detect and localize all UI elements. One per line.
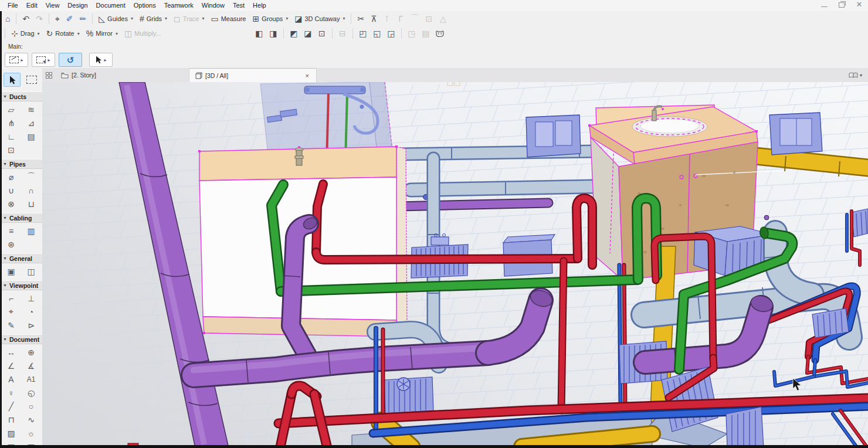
minimize-button[interactable] <box>820 1 828 8</box>
angled-dimension-tool[interactable]: ∠ <box>2 359 20 372</box>
menu-file[interactable]: File <box>4 0 22 11</box>
tab-3d-all[interactable]: [3D / All]× <box>189 68 317 82</box>
duct-straight-tool[interactable]: ▱ <box>2 103 20 116</box>
adjust-button[interactable]: ⊼ <box>368 12 379 25</box>
fixture-tool[interactable]: ◫ <box>22 264 40 278</box>
worksheet-tool[interactable]: ✎ <box>2 318 20 332</box>
toolbox-section-document[interactable]: ▼Document <box>0 334 42 344</box>
arrow-tool[interactable] <box>4 73 21 87</box>
toolbox-section-cabling[interactable]: ▼Cabling <box>0 213 42 223</box>
duct-bend-tool[interactable]: ∟ <box>2 130 20 143</box>
orbit-toggle-button[interactable]: ↺ <box>59 53 82 67</box>
wall-terminal-left[interactable] <box>526 115 581 157</box>
selection-method-button[interactable]: ▸ <box>32 53 55 67</box>
edit-tool-disabled-1[interactable]: ⊺ <box>380 12 393 25</box>
duct-fitting-tool[interactable]: ⋔ <box>2 116 20 130</box>
fan-coil-box[interactable] <box>384 377 433 413</box>
polyline-tool[interactable]: ⊓ <box>2 413 20 426</box>
edit-tool-disabled-3[interactable]: ⌒ <box>408 12 421 25</box>
arrow-tool-quick-button[interactable]: ▸ <box>89 53 113 67</box>
guides-button[interactable]: ◺ Guides▾ <box>96 12 136 25</box>
hotspot-tool[interactable]: ☼ <box>22 426 40 440</box>
close-button[interactable]: ✕ <box>855 1 863 8</box>
cutaway-button[interactable]: ◪ 3D Cutaway▾ <box>291 12 348 25</box>
undo-button[interactable]: ↶ <box>19 12 32 25</box>
cable-tray-tool[interactable]: ≡ <box>2 224 20 237</box>
lock-all-button[interactable]: ◲ <box>385 27 398 40</box>
edit-tool-disabled-2[interactable]: Γ <box>394 12 407 25</box>
tab-close-icon[interactable]: × <box>304 72 310 79</box>
marker-tool[interactable]: ♀ <box>2 386 20 399</box>
rotate-button[interactable]: ↻ Rotate▾ <box>43 27 83 40</box>
menu-view[interactable]: View <box>42 0 64 11</box>
drag-button[interactable]: ⊹ Drag▾ <box>8 27 43 40</box>
camera-tool[interactable]: ⊳ <box>22 318 40 332</box>
group-pin-button[interactable]: ◨ <box>267 27 280 40</box>
unlock-elements-button[interactable]: ◱ <box>371 27 384 40</box>
pipe-bend-tool[interactable]: ∪ <box>2 184 20 197</box>
find-select-button[interactable]: ⌖ <box>52 12 63 25</box>
tab-bar-right-controls[interactable]: ▾ <box>849 68 868 82</box>
menu-help[interactable]: Help <box>249 0 270 11</box>
edit-tool-disabled-4[interactable]: ⊡ <box>422 12 435 25</box>
3d-viewport[interactable]: .pe{fill:none;stroke-linecap:round;strok… <box>42 82 868 448</box>
toolbox-section-viewpoint[interactable]: ▼Viewpoint <box>0 280 42 290</box>
pipe-segment-tool[interactable]: ⌒ <box>22 170 40 184</box>
menu-window[interactable]: Window <box>198 0 229 11</box>
home-button[interactable]: ⌂ <box>2 12 13 25</box>
elevation-tool[interactable]: ⊥ <box>22 291 40 305</box>
tab-story[interactable]: [2. Story] <box>55 68 189 82</box>
restore-button[interactable] <box>838 1 846 8</box>
suspend-groups-button[interactable]: ⊡ <box>316 27 328 40</box>
lock-elements-button[interactable]: ◰ <box>357 27 369 40</box>
explode-group-button[interactable]: ⊟ <box>336 27 349 40</box>
interior-elevation-tool[interactable]: ◔ <box>22 305 40 318</box>
circle-tool[interactable]: ○ <box>22 399 40 413</box>
duct-accessory-tool[interactable]: ⊡ <box>2 143 20 157</box>
menu-document[interactable]: Document <box>92 0 130 11</box>
split-button[interactable]: ✂ <box>354 12 367 25</box>
pickup-parameters-button[interactable]: ✐ <box>63 12 76 25</box>
detail-tool[interactable]: ⌖ <box>2 305 20 318</box>
cat-face-button[interactable] <box>433 27 446 40</box>
dimension-tool[interactable]: ↔ <box>2 345 20 359</box>
angle-dimension-tool[interactable]: ∡ <box>22 359 40 372</box>
measure-button[interactable]: ▭ Measure <box>208 12 249 25</box>
duct-terminal-tool[interactable]: ▤ <box>22 130 40 143</box>
patch-tool[interactable]: ◵ <box>22 386 40 399</box>
bring-forward-button[interactable]: ◳ <box>405 27 418 40</box>
finned-box-bottom-right[interactable] <box>726 407 764 448</box>
cable-tray-fitting-tool[interactable]: ▥ <box>22 224 40 237</box>
level-dimension-tool[interactable]: ⊕ <box>22 345 40 359</box>
duct-transition-tool[interactable]: ⊿ <box>22 116 40 130</box>
equipment-tool[interactable]: ▣ <box>2 264 20 278</box>
toolbox-section-pipes[interactable]: ▼Pipes <box>0 159 42 169</box>
section-tool[interactable]: ⌐ <box>2 291 20 305</box>
mirror-button[interactable]: % Mirror▾ <box>83 27 121 40</box>
pipe-trap-tool[interactable]: ⊔ <box>22 197 40 211</box>
inject-parameters-button[interactable]: ✏ <box>77 12 90 25</box>
groups-button[interactable]: ⊞ Groups▾ <box>249 12 291 25</box>
menu-edit[interactable]: Edit <box>22 0 42 11</box>
toolbox-section-ducts[interactable]: ▼Ducts <box>0 91 42 101</box>
menu-design[interactable]: Design <box>63 0 91 11</box>
cable-carrier-tool[interactable]: ⊛ <box>2 237 20 251</box>
grids-button[interactable]: # Grids▾ <box>137 12 170 25</box>
geometry-method-button[interactable]: ▸ <box>5 53 28 67</box>
autogroup-button[interactable]: ◪ <box>301 27 314 40</box>
toolbox-section-general[interactable]: ▼General <box>0 253 42 263</box>
text-tool[interactable]: A <box>2 372 20 386</box>
pipe-valve-tool[interactable]: ⊗ <box>2 197 20 211</box>
menu-teamwork[interactable]: Teamwork <box>160 0 198 11</box>
wall-terminal-right[interactable] <box>769 113 822 155</box>
tab-overview-button[interactable] <box>42 68 55 82</box>
pipe-branch-tool[interactable]: ∩ <box>22 184 40 197</box>
group-elements-button[interactable]: ◧ <box>253 27 266 40</box>
trace-button[interactable]: ◻ Trace▾ <box>171 12 207 25</box>
pipe-straight-tool[interactable]: ⌀ <box>2 170 20 184</box>
fill-tool[interactable]: ▨ <box>2 426 20 440</box>
marquee-tool[interactable] <box>23 73 40 87</box>
label-tool[interactable]: A1 <box>22 372 40 386</box>
line-tool[interactable]: ╱ <box>2 399 20 413</box>
spline-tool[interactable]: ∿ <box>22 413 40 426</box>
